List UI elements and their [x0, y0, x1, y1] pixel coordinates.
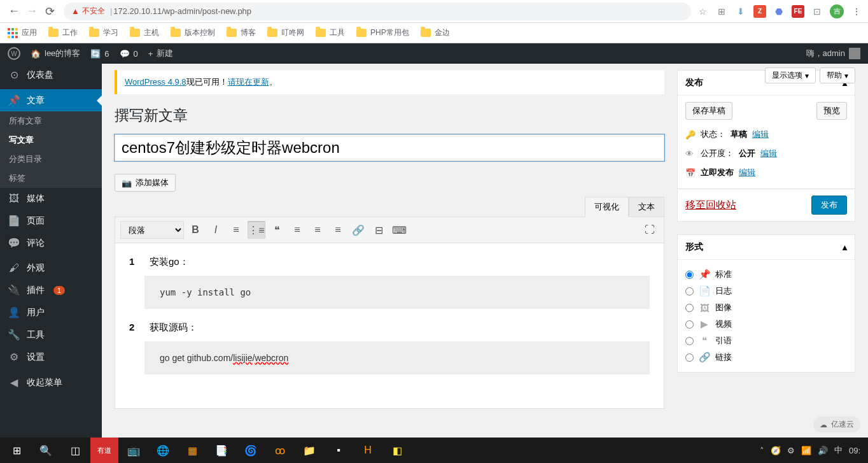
bold-button[interactable]: B	[186, 221, 204, 239]
format-quote[interactable]: ❝引语	[685, 332, 847, 349]
bookmark-folder[interactable]: 叮咚网	[267, 27, 304, 38]
menu-pages[interactable]: 📄页面	[0, 210, 102, 232]
format-select[interactable]: 段落	[120, 221, 184, 239]
tab-visual[interactable]: 可视化	[585, 197, 629, 217]
task-app[interactable]: ꝏ	[266, 438, 294, 463]
ul-button[interactable]: ≡	[227, 221, 245, 239]
toolbar-toggle-button[interactable]: ⌨	[390, 221, 408, 239]
bookmark-folder[interactable]: 工作	[48, 27, 78, 38]
url-bar[interactable]: ▲ 不安全 | 172.20.10.11/wp-admin/post-new.p…	[64, 3, 691, 20]
forward-button[interactable]: →	[23, 3, 41, 20]
task-app[interactable]: 🌀	[237, 438, 265, 463]
ext-icon-6[interactable]: ⊡	[811, 5, 823, 18]
task-app[interactable]: 📁	[295, 438, 323, 463]
task-sublime[interactable]: ▦	[178, 438, 206, 463]
ime-indicator[interactable]: 中	[834, 445, 843, 456]
new-content[interactable]: +新建	[148, 48, 174, 59]
back-button[interactable]: ←	[5, 3, 23, 20]
fullscreen-button[interactable]: ⛶	[641, 221, 659, 239]
ext-icon-4[interactable]: ⬣	[773, 5, 785, 18]
task-app[interactable]: H	[354, 438, 382, 463]
ext-icon-1[interactable]: ⊞	[715, 5, 728, 18]
menu-posts[interactable]: 📌文章	[0, 89, 102, 111]
submenu-all-posts[interactable]: 所有文章	[0, 111, 102, 131]
wifi-icon[interactable]: 📶	[801, 446, 811, 455]
reload-button[interactable]: ⟳	[41, 3, 59, 20]
update-now-link[interactable]: 请现在更新	[228, 77, 269, 87]
task-terminal[interactable]: ▪	[325, 438, 353, 463]
add-media-button[interactable]: 📷添加媒体	[115, 174, 176, 192]
task-app[interactable]: 📺	[120, 438, 148, 463]
quote-button[interactable]: ❝	[268, 221, 286, 239]
volume-icon[interactable]: 🔊	[818, 446, 828, 455]
clock[interactable]: 09:	[849, 446, 860, 455]
menu-tools[interactable]: 🔧工具	[0, 324, 102, 346]
ext-icon-2[interactable]: ⬇	[734, 5, 747, 18]
menu-settings[interactable]: ⚙设置	[0, 346, 102, 368]
bookmark-folder[interactable]: 主机	[130, 27, 159, 38]
search-button[interactable]: 🔍	[32, 438, 60, 463]
italic-button[interactable]: I	[207, 221, 225, 239]
format-video[interactable]: ▶视频	[685, 316, 847, 332]
comments-link[interactable]: 💬0	[120, 49, 138, 59]
bookmark-folder[interactable]: 工具	[316, 27, 345, 38]
help-button[interactable]: 帮助▾	[820, 68, 855, 83]
bookmark-folder[interactable]: 金边	[421, 27, 450, 38]
start-button[interactable]: ⊞	[3, 438, 31, 463]
format-standard[interactable]: 📌标准	[685, 266, 847, 283]
site-name[interactable]: 🏠lee的博客	[31, 48, 80, 59]
link-button[interactable]: 🔗	[349, 221, 367, 239]
save-draft-button[interactable]: 保存草稿	[685, 102, 732, 120]
user-greeting[interactable]: 嗨，admin	[806, 48, 860, 59]
edit-status-link[interactable]: 编辑	[752, 129, 769, 140]
bookmark-folder[interactable]: 版本控制	[171, 27, 215, 38]
toggle-icon[interactable]: ▴	[843, 242, 847, 252]
task-app[interactable]: 有道	[90, 438, 118, 463]
preview-button[interactable]: 预览	[816, 102, 847, 120]
format-link[interactable]: 🔗链接	[685, 349, 847, 366]
align-left-button[interactable]: ≡	[288, 221, 306, 239]
menu-appearance[interactable]: 🖌外观	[0, 257, 102, 279]
trash-link[interactable]: 移至回收站	[685, 199, 736, 212]
menu-comments[interactable]: 💬评论	[0, 232, 102, 254]
more-button[interactable]: ⊟	[370, 221, 388, 239]
align-center-button[interactable]: ≡	[309, 221, 326, 239]
submenu-categories[interactable]: 分类目录	[0, 150, 102, 169]
ol-button[interactable]: ⋮≡	[248, 221, 265, 239]
align-right-button[interactable]: ≡	[329, 221, 347, 239]
profile-icon[interactable]: 吉	[830, 4, 844, 18]
edit-visibility-link[interactable]: 编辑	[760, 148, 777, 159]
format-image[interactable]: 🖼图像	[685, 299, 847, 316]
task-view[interactable]: ◫	[61, 438, 89, 463]
tray-icon[interactable]: ⚙	[787, 446, 795, 455]
task-app[interactable]: ◧	[383, 438, 411, 463]
task-chrome[interactable]: 🌐	[149, 438, 177, 463]
task-app[interactable]: 📑	[207, 438, 235, 463]
publish-button[interactable]: 发布	[811, 196, 847, 215]
menu-dashboard[interactable]: ⊙仪表盘	[0, 64, 102, 86]
bookmark-folder[interactable]: PHP常用包	[356, 27, 409, 38]
wp-logo[interactable]: W	[8, 47, 20, 60]
wp-version-link[interactable]: WordPress 4.9.8	[125, 77, 186, 87]
menu-plugins[interactable]: 🔌插件1	[0, 279, 102, 301]
editor-body[interactable]: 1安装go： yum -y install go 2获取源码： go get g…	[115, 243, 664, 409]
updates-link[interactable]: 🔄6	[90, 49, 109, 59]
tab-text[interactable]: 文本	[629, 197, 664, 217]
post-title-input[interactable]	[115, 134, 664, 161]
screen-options-button[interactable]: 显示选项▾	[765, 68, 816, 83]
edit-schedule-link[interactable]: 编辑	[739, 167, 755, 178]
menu-users[interactable]: 👤用户	[0, 301, 102, 324]
submenu-tags[interactable]: 标签	[0, 169, 102, 188]
menu-collapse[interactable]: ◀收起菜单	[0, 371, 102, 394]
format-aside[interactable]: 📄日志	[685, 283, 847, 299]
apps-bookmark[interactable]: 应用	[8, 27, 37, 38]
ext-icon-3[interactable]: Z	[753, 5, 766, 18]
star-icon[interactable]: ☆	[696, 5, 709, 18]
menu-media[interactable]: 🖼媒体	[0, 188, 102, 210]
tray-icon[interactable]: 🧭	[771, 446, 781, 455]
bookmark-folder[interactable]: 博客	[227, 27, 256, 38]
ext-icon-5[interactable]: FE	[792, 5, 804, 18]
menu-icon[interactable]: ⋮	[850, 5, 863, 18]
submenu-new-post[interactable]: 写文章	[0, 131, 102, 150]
tray-chevron[interactable]: ˄	[760, 446, 764, 455]
